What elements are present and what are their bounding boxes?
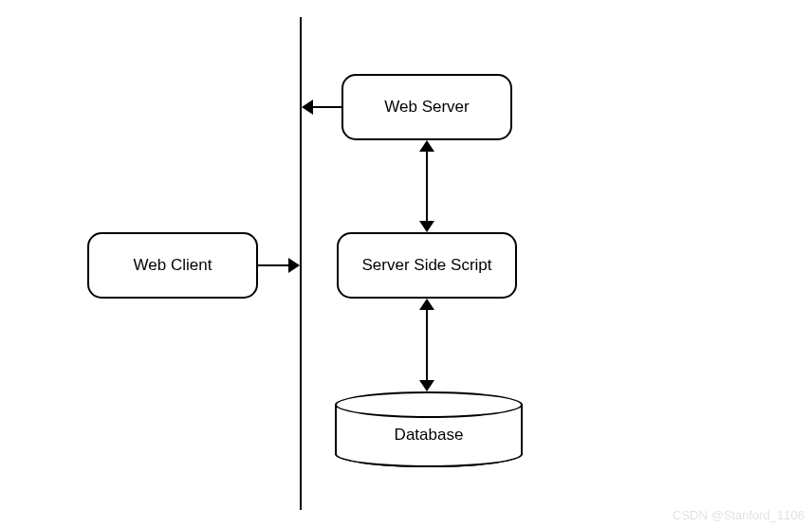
web-server-node: Web Server — [341, 74, 512, 140]
web-server-label: Web Server — [384, 98, 469, 117]
web-client-node: Web Client — [87, 232, 258, 299]
server-script-node: Server Side Script — [337, 232, 517, 299]
database-node: Database — [335, 391, 523, 467]
server-script-label: Server Side Script — [362, 256, 492, 275]
architecture-diagram: Web Client Web Server Server Side Script… — [0, 0, 812, 527]
web-client-label: Web Client — [134, 256, 212, 275]
divider-line — [300, 17, 302, 510]
watermark-text: CSDN @Stanford_1106 — [673, 508, 804, 522]
database-label: Database — [335, 426, 523, 445]
